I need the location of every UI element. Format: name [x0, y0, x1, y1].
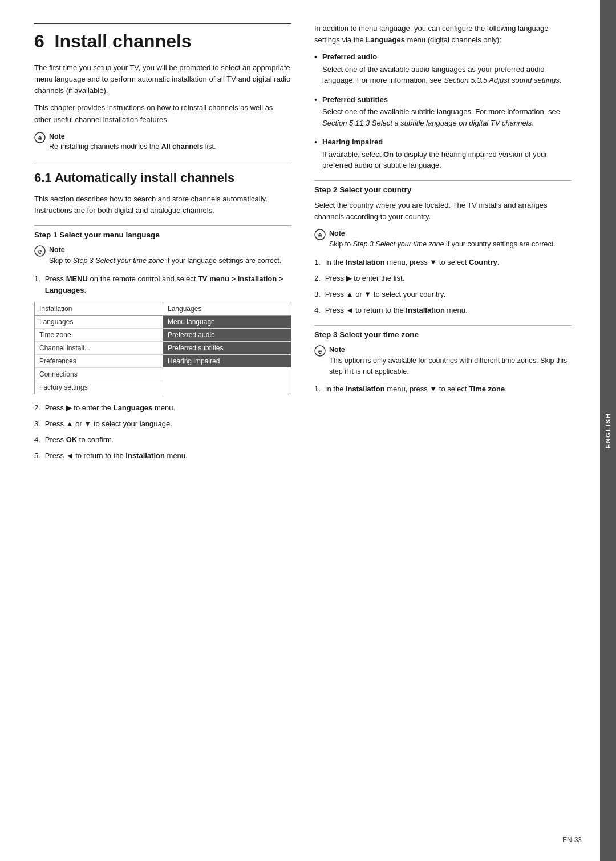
step3-steps-list: 1. In the Installation menu, press ▼ to …	[314, 383, 572, 395]
chapter-note: e Note Re-installing channels modifies t…	[34, 131, 291, 153]
language-settings-list: Preferred audio Select one of the availa…	[314, 51, 572, 171]
chapter-title: 6 Install channels	[34, 23, 291, 52]
menu-col-1: Installation Languages Time zone Channel…	[35, 302, 163, 394]
menu-col1-header: Installation	[35, 302, 163, 316]
right-column: In addition to menu language, you can co…	[314, 23, 572, 838]
menu-item-connections: Connections	[35, 368, 163, 381]
note-icon: e	[34, 132, 46, 143]
svg-text:e: e	[318, 347, 322, 355]
step1-item-1: 1. Press MENU on the remote control and …	[34, 273, 291, 296]
side-tab: ENGLISH	[600, 0, 616, 861]
left-column: 6 Install channels The first time you se…	[34, 23, 291, 838]
menu-table: Installation Languages Time zone Channel…	[34, 302, 291, 394]
step2-item-3: 3. Press ▲ or ▼ to select your country.	[314, 289, 572, 300]
menu-item-factory-settings: Factory settings	[35, 381, 163, 394]
step1-item-4: 4. Press OK to confirm.	[34, 434, 291, 446]
step1-remaining-steps: 2. Press ▶ to enter the Languages menu. …	[34, 402, 291, 462]
menu-item-preferred-audio: Preferred audio	[163, 329, 291, 342]
step1-note-icon: e	[34, 245, 46, 257]
step2-item-4: 4. Press ◄ to return to the Installation…	[314, 305, 572, 316]
page-number: EN-33	[562, 836, 582, 844]
step1-note-text: Note Skip to Step 3 Select your time zon…	[49, 245, 281, 266]
step1-item-2: 2. Press ▶ to enter the Languages menu.	[34, 402, 291, 414]
bullet-preferred-subtitles: Preferred subtitles Select one of the av…	[314, 94, 572, 129]
step2-title: Step 2 Select your country	[314, 180, 572, 194]
section-6-1-title: 6.1 Automatically install channels	[34, 164, 291, 187]
step2-item-2: 2. Press ▶ to enter the list.	[314, 273, 572, 284]
section-6-1-intro: This section describes how to search and…	[34, 193, 291, 216]
menu-item-timezone: Time zone	[35, 329, 163, 342]
step3-item-1: 1. In the Installation menu, press ▼ to …	[314, 383, 572, 395]
right-intro: In addition to menu language, you can co…	[314, 23, 572, 46]
svg-text:e: e	[38, 134, 42, 142]
step3-title: Step 3 Select your time zone	[314, 325, 572, 339]
menu-col2-header: Languages	[163, 302, 291, 316]
menu-item-channel-install: Channel install...	[35, 342, 163, 355]
menu-item-languages: Languages	[35, 316, 163, 329]
step3-note-icon: e	[314, 345, 326, 357]
bullet-preferred-audio: Preferred audio Select one of the availa…	[314, 51, 572, 86]
step2-note-text: Note Skip to Step 3 Select your time zon…	[329, 228, 556, 250]
menu-item-preferred-subtitles: Preferred subtitles	[163, 342, 291, 355]
step2-note-icon: e	[314, 229, 326, 240]
side-tab-label: ENGLISH	[605, 413, 611, 448]
svg-text:e: e	[318, 231, 322, 239]
step2-item-1: 1. In the Installation menu, press ▼ to …	[314, 257, 572, 268]
menu-item-menu-language: Menu language	[163, 316, 291, 329]
step2-note: e Note Skip to Step 3 Select your time z…	[314, 228, 572, 250]
svg-text:e: e	[38, 248, 42, 256]
step2-intro: Select the country where you are located…	[314, 200, 572, 223]
menu-item-hearing-impaired: Hearing impaired	[163, 355, 291, 367]
step1-item-5: 5. Press ◄ to return to the Installation…	[34, 450, 291, 462]
chapter-note-text: Note Re-installing channels modifies the…	[49, 131, 216, 153]
menu-col-2: Languages Menu language Preferred audio …	[163, 302, 291, 394]
step1-item-3: 3. Press ▲ or ▼ to select your language.	[34, 418, 291, 430]
bullet-hearing-impaired: Hearing impaired If available, select On…	[314, 136, 572, 171]
chapter-intro-p1: The first time you setup your TV, you wi…	[34, 62, 291, 96]
step1-steps-list: 1. Press MENU on the remote control and …	[34, 273, 291, 296]
step3-note: e Note This option is only available for…	[314, 345, 572, 377]
step1-title: Step 1 Select your menu language	[34, 225, 291, 239]
menu-item-preferences: Preferences	[35, 355, 163, 368]
step1-note: e Note Skip to Step 3 Select your time z…	[34, 245, 291, 266]
step3-note-text: Note This option is only available for c…	[329, 345, 572, 377]
chapter-intro-p2: This chapter provides instructions on ho…	[34, 102, 291, 125]
step2-steps-list: 1. In the Installation menu, press ▼ to …	[314, 257, 572, 317]
